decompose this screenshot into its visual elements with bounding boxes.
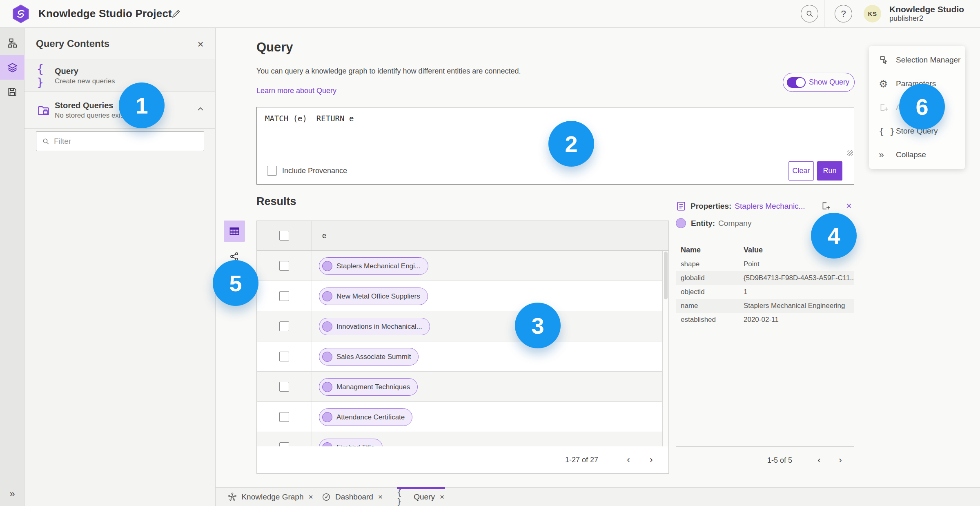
entity-dot-icon bbox=[322, 321, 332, 332]
annotation-badge: 1 bbox=[119, 82, 165, 128]
next-page-icon[interactable]: › bbox=[640, 455, 663, 465]
filter-field bbox=[36, 132, 204, 151]
dashboard-icon bbox=[321, 492, 331, 502]
close-tab-icon[interactable]: × bbox=[377, 493, 383, 502]
user-menu[interactable]: Knowledge Studio publisher2 bbox=[889, 4, 964, 23]
entity-chip[interactable]: New Metal Office Suppliers bbox=[319, 288, 428, 305]
property-row[interactable]: nameStaplers Mechanical Engineering bbox=[676, 299, 854, 313]
query-item-subtitle: Create new queries bbox=[55, 77, 115, 85]
search-icon bbox=[806, 10, 814, 18]
table-row[interactable]: New Metal Office Suppliers bbox=[257, 281, 668, 311]
property-row[interactable]: established2020-02-11 bbox=[676, 313, 854, 327]
prev-page-icon[interactable]: ‹ bbox=[617, 455, 640, 465]
entity-row: Entity: Company bbox=[676, 218, 751, 228]
include-provenance-checkbox[interactable] bbox=[267, 166, 277, 176]
entity-chip[interactable]: Innovations in Mechanical... bbox=[319, 318, 430, 335]
learn-more-link[interactable]: Learn more about Query bbox=[256, 87, 336, 95]
tab-query[interactable]: { } Query × bbox=[397, 488, 445, 506]
panel-header: Query Contents × bbox=[24, 28, 215, 60]
table-row[interactable]: Staplers Mechanical Engi... bbox=[257, 251, 668, 281]
add-to-selection-icon[interactable] bbox=[821, 201, 831, 211]
row-checkbox[interactable] bbox=[279, 442, 289, 446]
rail-item-layers[interactable] bbox=[0, 55, 24, 80]
row-checkbox[interactable] bbox=[279, 321, 289, 331]
main-content: Query You can query a knowledge graph to… bbox=[216, 28, 980, 506]
table-row[interactable]: Sales Associate Summit bbox=[257, 341, 668, 372]
close-properties-icon[interactable]: × bbox=[846, 200, 852, 212]
add-to-icon bbox=[879, 102, 896, 113]
expand-rail-button[interactable]: » bbox=[0, 486, 24, 502]
entity-chip[interactable]: Sales Associate Summit bbox=[319, 348, 419, 366]
save-icon bbox=[7, 87, 18, 97]
clear-button[interactable]: Clear bbox=[788, 161, 814, 181]
table-row[interactable]: Firebird Title bbox=[257, 432, 668, 446]
close-tab-icon[interactable]: × bbox=[308, 493, 314, 502]
properties-header: Properties: Staplers Mechanic... × bbox=[676, 200, 854, 212]
selection-manager-icon bbox=[879, 55, 896, 65]
show-query-toggle[interactable]: Show Query bbox=[783, 73, 855, 92]
toggle-track[interactable] bbox=[787, 77, 806, 88]
run-button[interactable]: Run bbox=[817, 161, 842, 181]
entity-chip[interactable]: Attendance Certificate bbox=[319, 408, 412, 426]
row-checkbox[interactable] bbox=[279, 352, 289, 361]
prev-page-icon[interactable]: ‹ bbox=[808, 455, 830, 466]
table-row[interactable]: Attendance Certificate bbox=[257, 402, 668, 432]
next-page-icon[interactable]: › bbox=[830, 455, 851, 466]
entity-chip[interactable]: Managment Techniques bbox=[319, 378, 418, 396]
rail-item-save[interactable] bbox=[0, 80, 24, 104]
property-row[interactable]: globalid{5D9B4713-F98D-4A53-A59F-C11... bbox=[676, 271, 854, 285]
entity-dot-icon bbox=[322, 412, 332, 422]
select-all-checkbox[interactable] bbox=[279, 231, 289, 241]
property-row[interactable]: shapePoint bbox=[676, 257, 854, 271]
results-pagination: 1-27 of 27 ‹ › bbox=[257, 446, 668, 473]
properties-pagination: 1-5 of 5 ‹ › bbox=[676, 446, 854, 474]
help-button[interactable]: ? bbox=[835, 5, 852, 22]
properties-page-range: 1-5 of 5 bbox=[767, 456, 792, 465]
avatar[interactable]: KS bbox=[864, 5, 881, 22]
column-header: e bbox=[322, 232, 326, 240]
resize-grip[interactable] bbox=[847, 150, 853, 156]
entity-chip[interactable]: Staplers Mechanical Engi... bbox=[319, 257, 428, 275]
expand-icon: » bbox=[9, 488, 15, 499]
row-checkbox[interactable] bbox=[279, 382, 289, 392]
annotation-badge: 4 bbox=[811, 213, 857, 259]
properties-title: Properties: bbox=[690, 202, 731, 211]
app-logo-icon[interactable] bbox=[11, 4, 30, 23]
table-row[interactable]: Innovations in Mechanical... bbox=[257, 311, 668, 341]
annotation-badge: 6 bbox=[899, 84, 945, 129]
gear-icon: ⚙ bbox=[879, 79, 896, 89]
row-checkbox[interactable] bbox=[279, 291, 289, 301]
edit-title-icon[interactable] bbox=[171, 9, 181, 19]
show-query-label: Show Query bbox=[809, 78, 849, 87]
topbar-divider bbox=[824, 0, 824, 27]
tab-knowledge-graph[interactable]: Knowledge Graph × bbox=[221, 488, 321, 506]
table-view-button[interactable] bbox=[224, 221, 245, 242]
search-button[interactable] bbox=[801, 5, 818, 22]
entity-chip[interactable]: Firebird Title bbox=[319, 439, 383, 446]
collapse-item[interactable]: » Collapse bbox=[869, 143, 965, 167]
user-name: publisher2 bbox=[889, 14, 964, 23]
selection-manager-item[interactable]: Selection Manager bbox=[869, 48, 965, 72]
filter-input[interactable] bbox=[54, 137, 189, 146]
row-checkbox[interactable] bbox=[279, 412, 289, 422]
include-provenance-label: Include Provenance bbox=[282, 167, 347, 175]
tab-dashboard[interactable]: Dashboard × bbox=[318, 488, 386, 506]
query-list-item[interactable]: { } Query Create new queries bbox=[24, 60, 215, 92]
collapse-section-icon[interactable] bbox=[196, 106, 205, 112]
property-row[interactable]: objectid1 bbox=[676, 285, 854, 299]
close-tab-icon[interactable]: × bbox=[439, 493, 445, 502]
entity-type: Company bbox=[718, 219, 751, 228]
toggle-knob bbox=[796, 78, 805, 87]
panel-title: Query Contents bbox=[36, 38, 109, 49]
scrollbar-thumb[interactable] bbox=[664, 252, 668, 299]
search-icon bbox=[42, 138, 50, 145]
row-checkbox[interactable] bbox=[279, 261, 289, 271]
properties-entity-link[interactable]: Staplers Mechanic... bbox=[735, 202, 805, 211]
close-panel-icon[interactable]: × bbox=[194, 38, 207, 51]
stored-queries-folder-icon bbox=[37, 103, 55, 118]
entity-dot-icon bbox=[322, 352, 332, 362]
knowledge-graph-icon bbox=[227, 492, 237, 502]
results-scrollbar[interactable] bbox=[662, 251, 668, 446]
rail-item-data-model[interactable] bbox=[0, 31, 24, 55]
table-row[interactable]: Managment Techniques bbox=[257, 372, 668, 402]
